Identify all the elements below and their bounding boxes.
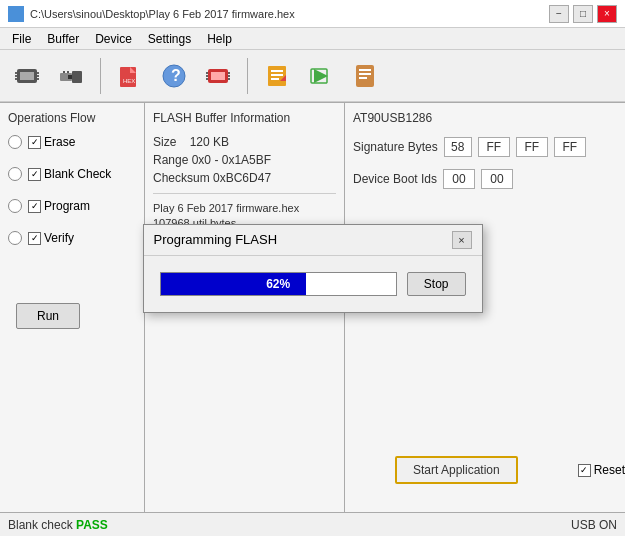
modal-title: Programming FLASH (154, 232, 278, 247)
stop-button[interactable]: Stop (407, 272, 466, 296)
progress-row: 62% Stop (160, 272, 466, 296)
modal-overlay: Programming FLASH × 62% Stop (0, 0, 625, 536)
progress-bar-container: 62% (160, 272, 397, 296)
modal-close-button[interactable]: × (452, 231, 472, 249)
modal-body: 62% Stop (144, 256, 482, 312)
progress-label: 62% (161, 277, 396, 291)
modal-titlebar: Programming FLASH × (144, 225, 482, 256)
programming-dialog: Programming FLASH × 62% Stop (143, 224, 483, 313)
